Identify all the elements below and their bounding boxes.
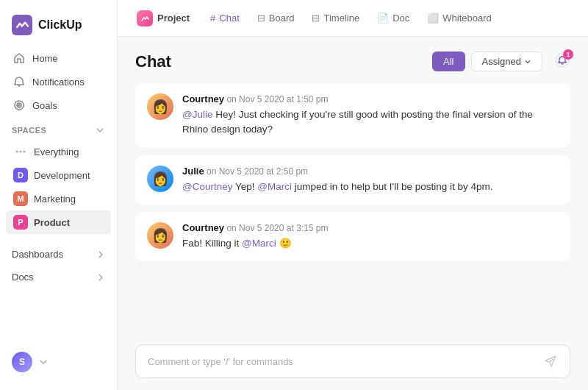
- sidebar-label-goals: Goals: [32, 100, 57, 111]
- chevron-down-icon: [95, 125, 105, 135]
- sidebar-item-goals[interactable]: Goals: [6, 94, 111, 116]
- tab-board[interactable]: ⊟ Board: [250, 8, 302, 28]
- message-content: Julie on Nov 5 2020 at 2:50 pm @Courtney…: [182, 166, 559, 194]
- whiteboard-icon: ⬜: [427, 13, 439, 24]
- sidebar-label-product: Product: [34, 217, 70, 228]
- avatar: 👩: [147, 222, 173, 249]
- svg-point-3: [18, 104, 20, 106]
- logo-area: ClickUp: [0, 9, 117, 47]
- filter-assigned-label: Assigned: [482, 56, 521, 67]
- clickup-logo-icon: [12, 15, 32, 35]
- main-content: Project # Chat ⊟ Board ⊟ Timeline 📄 Doc …: [118, 0, 588, 390]
- sidebar-item-marketing[interactable]: M Marketing: [6, 187, 111, 210]
- message-author: Courtney: [182, 222, 224, 233]
- message-meta: Julie on Nov 5 2020 at 2:50 pm: [182, 166, 559, 177]
- tab-whiteboard-label: Whiteboard: [442, 13, 491, 24]
- message-meta: Courtney on Nov 5 2020 at 3:15 pm: [182, 222, 559, 233]
- sidebar-item-everything[interactable]: Everything: [6, 140, 111, 163]
- tab-board-label: Board: [269, 13, 295, 24]
- home-icon: [13, 52, 25, 64]
- mention-marci-2: @Marci: [242, 238, 276, 249]
- sidebar-item-home[interactable]: Home: [6, 47, 111, 69]
- tab-doc[interactable]: 📄 Doc: [370, 8, 417, 28]
- tab-chat[interactable]: # Chat: [203, 8, 247, 28]
- tab-timeline[interactable]: ⊟ Timeline: [304, 8, 367, 28]
- page-title: Chat: [135, 52, 171, 71]
- tab-chat-label: Chat: [219, 13, 239, 24]
- top-nav: Project # Chat ⊟ Board ⊟ Timeline 📄 Doc …: [118, 0, 588, 37]
- sidebar-nav: Home Notifications Goals: [0, 47, 117, 116]
- project-icon: [137, 10, 153, 26]
- chevron-right-icon: [96, 250, 105, 259]
- chevron-right-icon-docs: [96, 273, 105, 282]
- message-author: Julie: [182, 166, 204, 177]
- filter-assigned-button[interactable]: Assigned: [471, 52, 542, 71]
- sidebar-label-dashboards: Dashboards: [12, 249, 63, 260]
- sidebar: ClickUp Home Notifications Goals Spaces: [0, 0, 118, 390]
- notification-icon-wrapper[interactable]: 1: [554, 52, 570, 71]
- table-row: 👩 Julie on Nov 5 2020 at 2:50 pm @Courtn…: [135, 155, 570, 205]
- chevron-down-user-icon: [38, 357, 49, 367]
- table-row: 👩 Courtney on Nov 5 2020 at 3:15 pm Fab!…: [135, 212, 570, 261]
- chat-area: Chat All Assigned 1: [118, 37, 588, 390]
- message-timestamp: on Nov 5 2020 at 3:15 pm: [226, 223, 328, 233]
- project-chip[interactable]: Project: [129, 7, 197, 29]
- sidebar-bottom: S: [0, 343, 117, 381]
- message-text: @Julie Hey! Just checking if you're stil…: [182, 107, 559, 138]
- svg-point-5: [16, 151, 18, 153]
- sidebar-item-dashboards[interactable]: Dashboards: [0, 243, 117, 266]
- bell-icon: [13, 76, 25, 88]
- mention-courtney: @Courtney: [182, 181, 232, 192]
- notification-badge: 1: [563, 49, 573, 60]
- mention-julie: @Julie: [182, 109, 212, 120]
- svg-point-6: [24, 151, 26, 153]
- sidebar-label-home: Home: [32, 53, 58, 64]
- sidebar-label-development: Development: [34, 170, 90, 181]
- logo-text: ClickUp: [38, 18, 82, 32]
- spaces-label: Spaces: [12, 126, 46, 135]
- filter-all-button[interactable]: All: [432, 52, 465, 71]
- sidebar-item-development[interactable]: D Development: [6, 163, 111, 187]
- message-text: Fab! Killing it @Marci 🙂: [182, 236, 559, 251]
- mention-marci: @Marci: [257, 181, 292, 192]
- timeline-icon: ⊟: [312, 13, 320, 24]
- sidebar-item-notifications[interactable]: Notifications: [6, 71, 111, 93]
- sidebar-item-product[interactable]: P Product: [6, 210, 111, 234]
- board-icon: ⊟: [257, 13, 265, 24]
- messages-container: 👩 Courtney on Nov 5 2020 at 1:50 pm @Jul…: [135, 83, 570, 336]
- avatar: 👩: [147, 93, 173, 120]
- hash-icon: #: [210, 13, 215, 24]
- comment-placeholder: Comment or type '/' for commands: [148, 356, 293, 367]
- table-row: 👩 Courtney on Nov 5 2020 at 1:50 pm @Jul…: [135, 83, 570, 148]
- message-author: Courtney: [182, 93, 224, 104]
- tab-timeline-label: Timeline: [323, 13, 359, 24]
- spaces-header: Spaces: [0, 116, 117, 140]
- send-icon: [543, 354, 558, 369]
- message-content: Courtney on Nov 5 2020 at 3:15 pm Fab! K…: [182, 222, 559, 251]
- user-avatar[interactable]: S: [12, 352, 32, 372]
- sidebar-item-docs[interactable]: Docs: [0, 266, 117, 288]
- message-meta: Courtney on Nov 5 2020 at 1:50 pm: [182, 93, 559, 104]
- message-timestamp: on Nov 5 2020 at 2:50 pm: [207, 166, 308, 177]
- sidebar-label-everything: Everything: [34, 146, 79, 157]
- everything-icon: [13, 144, 28, 159]
- dev-space-icon: D: [13, 168, 28, 182]
- chat-filters: All Assigned 1: [432, 52, 570, 71]
- tab-doc-label: Doc: [392, 13, 409, 24]
- doc-icon: 📄: [377, 13, 389, 24]
- product-space-icon: P: [13, 215, 28, 230]
- sidebar-label-notifications: Notifications: [32, 77, 85, 88]
- project-label: Project: [157, 13, 190, 24]
- message-text: @Courtney Yep! @Marci jumped in to help …: [182, 180, 559, 194]
- sidebar-label-docs: Docs: [12, 272, 34, 283]
- message-content: Courtney on Nov 5 2020 at 1:50 pm @Julie…: [182, 93, 559, 138]
- svg-point-4: [20, 151, 22, 153]
- chevron-down-filter-icon: [524, 58, 531, 65]
- avatar: 👩: [147, 166, 173, 192]
- message-timestamp: on Nov 5 2020 at 1:50 pm: [226, 94, 328, 104]
- chat-header: Chat All Assigned 1: [135, 37, 570, 83]
- sidebar-label-marketing: Marketing: [34, 194, 76, 205]
- tab-whiteboard[interactable]: ⬜ Whiteboard: [420, 8, 498, 28]
- marketing-space-icon: M: [13, 191, 28, 206]
- comment-input-bar[interactable]: Comment or type '/' for commands: [135, 344, 570, 378]
